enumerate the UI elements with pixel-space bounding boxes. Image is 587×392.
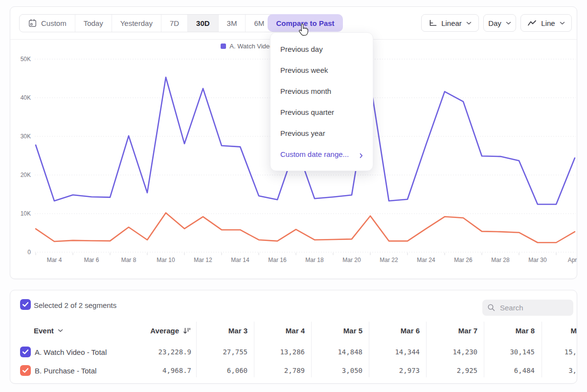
date-value: 3, — [568, 367, 577, 374]
y-axis-tick-label: 30K — [21, 133, 31, 140]
date-range-3m[interactable]: 3M — [218, 15, 246, 32]
menu-item-label: Previous day — [280, 45, 323, 53]
scale-select-label: Linear — [441, 19, 462, 27]
search-input[interactable] — [500, 304, 577, 312]
chevron-down-icon — [58, 329, 63, 332]
date-value: 14,848 — [338, 348, 362, 356]
column-separator — [426, 322, 427, 377]
x-axis-tick-label: Mar 14 — [231, 257, 249, 263]
chevron-down-icon — [560, 22, 565, 25]
date-column-header: Mar 4 — [286, 327, 305, 335]
interval-select-label: Day — [488, 19, 501, 27]
y-axis-tick-label: 20K — [21, 172, 31, 178]
date-value: 3,050 — [342, 367, 362, 374]
x-axis-tick-label: Mar 8 — [121, 257, 136, 263]
analytics-dashboard: CustomTodayYesterday7D30D3M6M12M Compare… — [0, 0, 587, 392]
chevron-down-icon — [466, 22, 472, 25]
y-axis-tick-label: 50K — [21, 56, 31, 63]
x-axis-tick-label: Mar 16 — [268, 257, 287, 263]
date-value: 2,973 — [399, 367, 420, 374]
scale-select-button[interactable]: Linear — [421, 14, 479, 32]
x-axis-tick-label: Mar 30 — [528, 257, 547, 263]
date-range-30d[interactable]: 30D — [187, 15, 218, 32]
y-axis-tick-label: 0 — [27, 249, 31, 256]
date-value: 15, — [564, 348, 577, 356]
average-value: 23,228.9 — [158, 348, 191, 356]
date-range-label: 3M — [227, 19, 237, 27]
date-column-header: Mar 5 — [343, 327, 362, 335]
search-box — [482, 300, 573, 316]
date-value: 14,230 — [452, 348, 477, 356]
menu-item-previous-year[interactable]: Previous year — [271, 123, 373, 144]
date-column-header: Mar 8 — [516, 327, 535, 335]
y-axis-tick-label: 40K — [21, 94, 31, 101]
menu-item-previous-month[interactable]: Previous month — [271, 81, 373, 102]
x-axis-tick-label: Mar 4 — [47, 257, 62, 263]
date-range-7d[interactable]: 7D — [161, 15, 187, 32]
date-value: 13,286 — [280, 348, 305, 356]
date-value: 6,060 — [227, 367, 248, 374]
line-chart-icon — [527, 20, 537, 26]
date-column-header: M — [571, 327, 577, 335]
menu-item-label: Previous year — [280, 129, 325, 137]
chevron-right-icon — [360, 152, 363, 160]
date-range-label: 7D — [170, 19, 179, 27]
menu-item-previous-week[interactable]: Previous week — [271, 60, 373, 81]
date-range-yesterday[interactable]: Yesterday — [112, 15, 161, 32]
x-axis-tick-label: Mar 20 — [342, 257, 361, 263]
column-separator — [254, 322, 254, 377]
chart-type-select-button[interactable]: Line — [520, 14, 572, 32]
date-range-today[interactable]: Today — [75, 15, 112, 32]
average-value: 4,968.7 — [162, 367, 191, 374]
x-axis-tick-label: Mar 12 — [194, 257, 212, 263]
average-column-header[interactable]: Average — [150, 327, 191, 335]
event-column-header[interactable]: Event — [34, 327, 63, 335]
calendar-icon — [28, 19, 37, 28]
row-checkbox-purchase[interactable] — [20, 365, 31, 376]
segments-panel: Selected 2 of 2 segments Event AverageMa… — [10, 290, 577, 384]
date-value: 2,789 — [284, 367, 305, 374]
date-range-label: Custom — [41, 19, 67, 27]
date-column-header: Mar 3 — [228, 327, 248, 335]
menu-item-label: Custom date range... — [280, 150, 349, 158]
menu-item-previous-quarter[interactable]: Previous quarter — [271, 102, 373, 123]
menu-item-label: Previous month — [280, 87, 331, 95]
column-separator — [484, 322, 484, 377]
compare-to-past-label: Compare to Past — [276, 19, 334, 27]
search-icon — [487, 304, 496, 312]
series-line-purchase — [36, 213, 575, 242]
interval-select-button[interactable]: Day — [483, 14, 516, 32]
event-header-label: Event — [34, 327, 54, 335]
date-value: 27,755 — [223, 348, 248, 356]
menu-item-previous-day[interactable]: Previous day — [271, 39, 373, 60]
compare-to-past-button[interactable]: Compare to Past — [268, 14, 343, 32]
y-axis-tick-label: 10K — [21, 210, 31, 217]
menu-item-label: Previous week — [280, 66, 328, 74]
date-column-header: Mar 7 — [458, 327, 477, 335]
x-axis-tick-label: Apr 1 — [568, 257, 578, 263]
x-axis-tick-label: Mar 22 — [380, 257, 398, 263]
menu-item-custom-date-range[interactable]: Custom date range... — [271, 144, 373, 165]
x-axis-tick-label: Mar 6 — [84, 257, 99, 263]
column-separator — [311, 322, 312, 377]
event-row-label: A. Watch Video - Total — [35, 348, 107, 356]
date-range-label: 6M — [254, 19, 264, 27]
column-separator — [196, 322, 197, 377]
x-axis-tick-label: Mar 10 — [157, 257, 175, 263]
select-all-checkbox[interactable] — [20, 299, 31, 310]
x-axis-tick-label: Mar 24 — [417, 257, 435, 263]
chevron-down-icon — [506, 22, 511, 25]
date-range-label: 30D — [196, 19, 210, 27]
x-axis-tick-label: Mar 18 — [305, 257, 324, 263]
date-range-label: Yesterday — [120, 19, 153, 27]
row-checkbox-watch-video[interactable] — [20, 347, 31, 357]
linear-axis-icon — [429, 19, 437, 27]
date-range-custom[interactable]: Custom — [20, 15, 75, 32]
column-separator — [369, 322, 369, 377]
sort-descending-icon — [183, 327, 191, 334]
column-separator — [542, 322, 542, 377]
compare-to-past-menu: Previous dayPrevious weekPrevious monthP… — [270, 32, 373, 171]
date-value: 6,484 — [514, 367, 535, 374]
event-row-label: B. Purchase - Total — [35, 367, 96, 375]
x-axis-tick-label: Mar 28 — [491, 257, 510, 263]
